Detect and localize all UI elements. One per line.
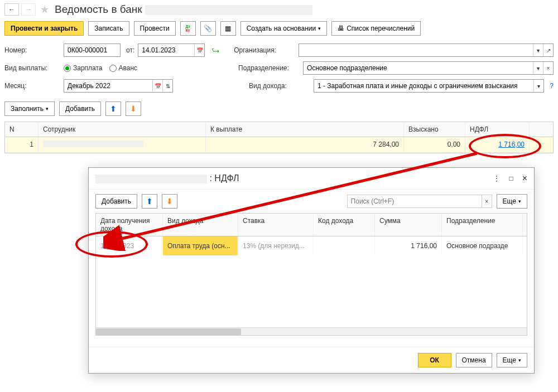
popup-table-header: Дата получения дохода Вид дохода Ставка … — [96, 214, 527, 236]
pcell-date: 14.01.2023 — [96, 236, 163, 255]
more-icon[interactable]: ⋮ — [493, 175, 500, 182]
cell-tax: 0,00 — [404, 137, 465, 152]
month-label: Месяц: — [4, 82, 60, 90]
radio-advance[interactable]: Аванс — [109, 64, 138, 72]
clear-icon[interactable]: × — [543, 62, 553, 74]
dropdown-icon[interactable]: ▾ — [533, 44, 543, 56]
payment-type-radio: Зарплата Аванс — [64, 64, 137, 72]
org-label: Организация: — [234, 46, 295, 54]
create-based-button[interactable]: Создать на основании ▾ — [240, 21, 328, 36]
cell-n: 1 — [5, 137, 39, 152]
payment-type-label: Вид выплаты: — [4, 64, 60, 72]
structure-button[interactable]: ▦ — [220, 21, 236, 36]
org-input[interactable]: ▾↗ — [299, 43, 554, 57]
ndfl-popup: : НДФЛ ⋮ □ × Добавить ⬆ ⬇ × Еще ▾ Дата п… — [88, 167, 535, 374]
dropdown-icon[interactable]: ▾ — [533, 80, 543, 92]
cell-ndfl[interactable]: 1 716,00 — [465, 137, 530, 152]
radio-salary[interactable]: Зарплата — [64, 64, 103, 72]
back-button[interactable]: ← — [4, 3, 19, 16]
fill-toolbar: Заполнить ▾ Добавить ⬆ ⬇ — [0, 99, 558, 122]
popup-footer-more-button[interactable]: Еще ▾ — [497, 353, 527, 367]
dept-input[interactable]: ▾× — [303, 61, 554, 75]
popup-titlebar: : НДФЛ ⋮ □ × — [89, 168, 534, 190]
pth-rate[interactable]: Ставка — [238, 214, 314, 236]
pcell-sum: 1 716,00 — [375, 236, 442, 255]
pth-dept[interactable]: Подразделение — [442, 214, 523, 236]
popup-table-row[interactable]: 14.01.2023 Оплата труда (осн... 13% (для… — [96, 236, 527, 255]
popup-add-button[interactable]: Добавить — [95, 194, 137, 209]
add-button[interactable]: Добавить — [59, 101, 101, 116]
save-button[interactable]: Записать — [88, 21, 129, 36]
pcell-code — [314, 236, 375, 255]
popup-toolbar: Добавить ⬆ ⬇ × Еще ▾ — [89, 190, 534, 213]
favorite-icon[interactable]: ★ — [40, 3, 49, 16]
popup-move-down-button[interactable]: ⬇ — [162, 194, 177, 209]
attach-button[interactable]: 📎 — [200, 21, 216, 36]
income-type-label: Вид дохода: — [249, 82, 310, 90]
move-down-button[interactable]: ⬇ — [126, 101, 141, 116]
pth-income[interactable]: Вид дохода — [163, 214, 238, 236]
table-header: N Сотрудник К выплате Взыскано НДФЛ — [5, 122, 553, 137]
nav-toolbar: ← → ★ Ведомость в банк — [0, 0, 558, 19]
popup-more-button[interactable]: Еще ▾ — [497, 194, 527, 209]
th-employee[interactable]: Сотрудник — [39, 122, 206, 137]
pcell-income[interactable]: Оплата труда (осн... — [163, 236, 238, 255]
popup-move-up-button[interactable]: ⬆ — [142, 194, 157, 209]
move-up-button[interactable]: ⬆ — [105, 101, 121, 116]
post-close-button[interactable]: Провести и закрыть — [4, 21, 84, 36]
fill-button[interactable]: Заполнить ▾ — [4, 101, 55, 116]
close-icon[interactable]: × — [522, 173, 527, 183]
th-ndfl[interactable]: НДФЛ — [465, 122, 530, 137]
dropdown-icon[interactable]: ▾ — [533, 62, 543, 74]
action-toolbar: Провести и закрыть Записать Провести ДтК… — [0, 19, 558, 41]
ok-button[interactable]: ОК — [418, 353, 451, 367]
spinner-icon[interactable]: ⇅ — [162, 80, 172, 92]
table-row[interactable]: 1 7 284,00 0,00 1 716,00 — [5, 137, 553, 153]
horizontal-scrollbar[interactable] — [96, 327, 527, 335]
dtkt-button[interactable]: ДтКт — [180, 21, 196, 36]
help-icon[interactable]: ? — [550, 82, 554, 90]
popup-table: Дата получения дохода Вид дохода Ставка … — [95, 213, 527, 336]
month-input[interactable]: 📅⇅ — [64, 79, 173, 93]
popup-title: : НДФЛ — [95, 173, 489, 183]
calendar-icon[interactable]: 📅 — [152, 80, 162, 92]
date-label: от: — [126, 46, 134, 54]
forward-button[interactable]: → — [21, 3, 36, 16]
popup-footer: ОК Отмена Еще ▾ — [89, 347, 534, 373]
maximize-icon[interactable]: □ — [509, 175, 513, 182]
th-n[interactable]: N — [5, 122, 39, 137]
post-button[interactable]: Провести — [134, 21, 176, 36]
th-tax[interactable]: Взыскано — [404, 122, 465, 137]
pth-sum[interactable]: Сумма — [375, 214, 442, 236]
clear-search-icon[interactable]: × — [482, 195, 492, 207]
popup-search[interactable]: × — [347, 195, 492, 208]
popup-cancel-button[interactable]: Отмена — [456, 353, 492, 367]
number-input[interactable] — [64, 43, 121, 57]
pcell-rate: 13% (для нерезид... — [238, 236, 314, 255]
pth-date[interactable]: Дата получения дохода — [96, 214, 163, 236]
cell-employee — [39, 137, 206, 152]
date-input[interactable]: 📅 — [138, 43, 205, 57]
form-fields: Номер: от: 📅 ⮑ Организация: ▾↗ Вид выпла… — [0, 41, 558, 99]
transfer-list-button[interactable]: 🖶 Список перечислений — [331, 21, 421, 36]
calendar-icon[interactable]: 📅 — [194, 44, 204, 56]
dept-label: Подразделение: — [238, 64, 300, 72]
th-pay[interactable]: К выплате — [206, 122, 404, 137]
page-title: Ведомость в банк — [55, 3, 312, 16]
employees-table: N Сотрудник К выплате Взыскано НДФЛ 1 7 … — [4, 122, 554, 153]
posted-icon: ⮑ — [211, 46, 219, 55]
income-type-input[interactable]: ▾ — [314, 79, 544, 93]
cell-pay: 7 284,00 — [206, 137, 404, 152]
pcell-dept: Основное подразде — [442, 236, 523, 255]
open-icon[interactable]: ↗ — [543, 44, 553, 56]
pth-code[interactable]: Код дохода — [314, 214, 375, 236]
number-label: Номер: — [4, 46, 60, 54]
